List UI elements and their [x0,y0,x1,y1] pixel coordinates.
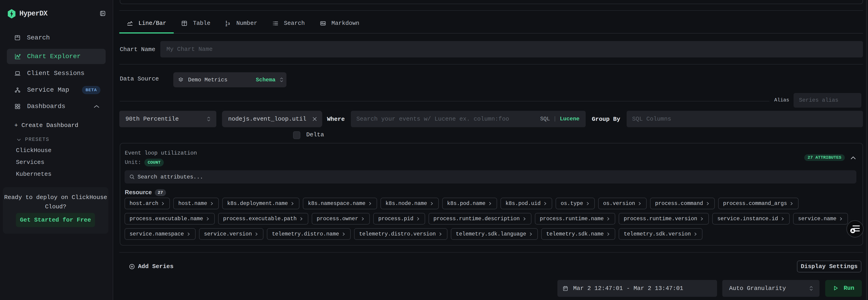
svg-text:3: 3 [228,22,230,26]
svg-text:2: 2 [225,24,227,27]
